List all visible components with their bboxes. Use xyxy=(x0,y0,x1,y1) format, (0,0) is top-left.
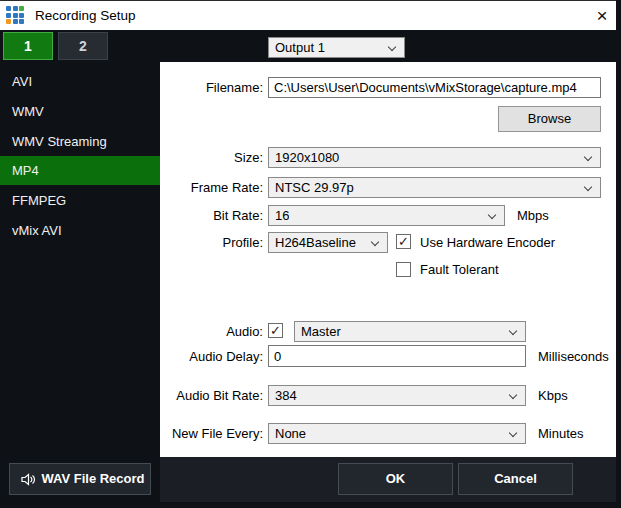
profile-select-value: H264Baseline xyxy=(275,233,356,252)
vmix-logo-icon xyxy=(6,6,26,26)
audio-delay-unit: Milliseconds xyxy=(538,346,609,367)
recorder-tab-1[interactable]: 1 xyxy=(3,32,53,60)
window-title: Recording Setup xyxy=(35,1,136,31)
sidebar-item-wmv-streaming[interactable]: WMV Streaming xyxy=(0,127,160,156)
new-file-every-label: New File Every: xyxy=(160,423,263,444)
filename-input[interactable] xyxy=(268,77,601,98)
new-file-every-unit: Minutes xyxy=(538,423,584,444)
size-select-value: 1920x1080 xyxy=(275,148,339,167)
use-hardware-encoder-checkbox[interactable]: ✓ xyxy=(396,234,411,249)
output-select-value: Output 1 xyxy=(275,38,325,57)
audio-checkbox[interactable]: ✓ xyxy=(268,323,283,338)
new-file-every-select[interactable]: None xyxy=(268,423,526,444)
size-select[interactable]: 1920x1080 xyxy=(268,147,601,168)
use-hardware-encoder-label: Use Hardware Encoder xyxy=(420,232,555,253)
chevron-down-icon xyxy=(584,182,592,190)
bit-rate-unit: Mbps xyxy=(517,205,549,226)
chevron-down-icon xyxy=(509,390,517,398)
output-select[interactable]: Output 1 xyxy=(268,37,405,58)
audio-label: Audio: xyxy=(160,321,263,342)
sidebar-item-mp4[interactable]: MP4 xyxy=(0,156,160,185)
cancel-button[interactable]: Cancel xyxy=(458,463,573,495)
chevron-down-icon xyxy=(584,152,592,160)
chevron-down-icon xyxy=(509,326,517,334)
audio-select-value: Master xyxy=(301,322,341,341)
fault-tolerant-label: Fault Tolerant xyxy=(420,261,499,279)
bit-rate-select-value: 16 xyxy=(275,206,289,225)
bit-rate-label: Bit Rate: xyxy=(160,205,263,226)
new-file-every-select-value: None xyxy=(275,424,306,443)
frame-rate-select-value: NTSC 29.97p xyxy=(275,178,354,197)
audio-bit-rate-unit: Kbps xyxy=(538,385,568,406)
chevron-down-icon xyxy=(371,237,379,245)
close-icon[interactable]: × xyxy=(590,4,614,28)
wav-file-record-button[interactable]: WAV File Record xyxy=(9,463,151,495)
chevron-down-icon xyxy=(388,42,396,50)
frame-rate-select[interactable]: NTSC 29.97p xyxy=(268,177,601,198)
chevron-down-icon xyxy=(509,428,517,436)
audio-select[interactable]: Master xyxy=(294,321,526,342)
profile-select[interactable]: H264Baseline xyxy=(268,232,388,253)
recorder-tab-2[interactable]: 2 xyxy=(58,32,108,60)
audio-delay-input[interactable] xyxy=(268,345,526,367)
audio-bit-rate-select-value: 384 xyxy=(275,386,297,405)
ok-button[interactable]: OK xyxy=(338,463,453,495)
profile-label: Profile: xyxy=(160,232,263,253)
audio-delay-label: Audio Delay: xyxy=(160,346,263,367)
frame-rate-label: Frame Rate: xyxy=(160,177,263,198)
filename-label: Filename: xyxy=(160,77,263,98)
speaker-icon xyxy=(20,471,37,488)
browse-button[interactable]: Browse xyxy=(498,106,601,132)
chevron-down-icon xyxy=(488,210,496,218)
recording-setup-dialog: Recording Setup × 1 2 AVI WMV WMV Stream… xyxy=(0,0,621,508)
fault-tolerant-checkbox[interactable] xyxy=(396,262,411,277)
sidebar-item-wmv[interactable]: WMV xyxy=(0,97,160,126)
audio-bit-rate-select[interactable]: 384 xyxy=(268,385,526,406)
title-bar: Recording Setup × xyxy=(0,0,616,30)
sidebar-item-avi[interactable]: AVI xyxy=(0,67,160,96)
bit-rate-select[interactable]: 16 xyxy=(268,205,505,226)
sidebar-item-ffmpeg[interactable]: FFMPEG xyxy=(0,186,160,215)
size-label: Size: xyxy=(160,147,263,168)
audio-bit-rate-label: Audio Bit Rate: xyxy=(160,385,263,406)
sidebar-item-vmix-avi[interactable]: vMix AVI xyxy=(0,216,160,245)
